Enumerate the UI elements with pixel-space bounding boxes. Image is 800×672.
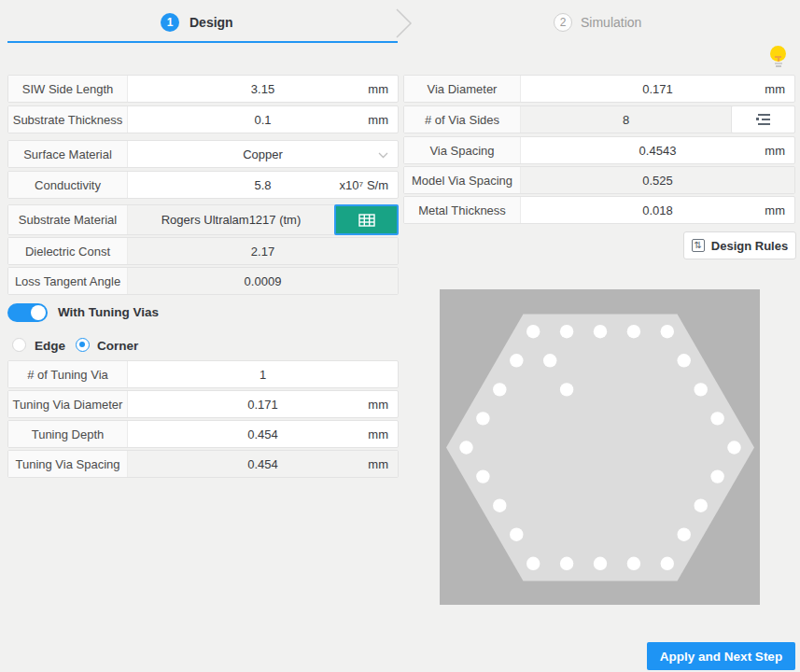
apply-next-step-button[interactable]: Apply and Next Step bbox=[647, 642, 795, 670]
substrate-material-value: Rogers Ultralam1217 (tm) bbox=[128, 205, 334, 234]
hexagon-svg bbox=[440, 289, 760, 605]
field-substrate-material: Substrate Material Rogers Ultralam1217 (… bbox=[7, 204, 399, 235]
field-num-via-sides: # of Via Sides 8 bbox=[403, 105, 795, 133]
field-via-diameter: Via Diameter 0.171 mm bbox=[403, 75, 795, 103]
field-label: Tuning Via Diameter bbox=[8, 391, 128, 417]
field-label: Loss Tangent Angle bbox=[8, 268, 128, 294]
sort-icon: ⇅ bbox=[692, 239, 705, 252]
unit-label: mm bbox=[765, 144, 785, 158]
unit-label: mm bbox=[368, 427, 388, 441]
tab-design[interactable]: Design bbox=[189, 15, 233, 31]
field-label: Via Diameter bbox=[404, 76, 521, 102]
field-label: Tuning Depth bbox=[8, 421, 128, 447]
field-label: # of Tuning Via bbox=[8, 361, 128, 387]
field-substrate-thickness: Substrate Thickness 0.1 mm bbox=[7, 105, 399, 133]
field-label: Substrate Material bbox=[8, 205, 128, 234]
metal-thickness-input[interactable]: 0.018 mm bbox=[521, 197, 794, 223]
field-label: Conductivity bbox=[8, 172, 128, 198]
step-separator-icon bbox=[394, 7, 414, 40]
step-2-indicator[interactable]: 2 bbox=[554, 13, 572, 32]
table-icon bbox=[358, 214, 375, 227]
field-num-tuning-via: # of Tuning Via 1 bbox=[7, 360, 399, 388]
material-table-button[interactable] bbox=[334, 204, 399, 235]
field-label: Surface Material bbox=[8, 141, 128, 167]
bulb-icon[interactable] bbox=[769, 46, 787, 70]
radio-edge[interactable] bbox=[12, 338, 26, 352]
field-tuning-depth: Tuning Depth 0.454 mm bbox=[7, 420, 399, 448]
tuning-depth-input[interactable]: 0.454 mm bbox=[128, 421, 398, 447]
radio-corner-label[interactable]: Corner bbox=[97, 339, 138, 353]
unit-label: mm bbox=[368, 82, 388, 96]
field-dielectric-const: Dielectric Const 2.17 bbox=[7, 237, 399, 265]
field-tuning-via-spacing: Tuning Via Spacing 0.454 mm bbox=[7, 450, 399, 478]
field-label: Substrate Thickness bbox=[8, 106, 128, 133]
field-siw-side-length: SIW Side Length 3.15 mm bbox=[7, 75, 399, 103]
cavity-preview bbox=[440, 289, 760, 605]
tuning-via-diameter-input[interactable]: 0.171 mm bbox=[128, 391, 398, 417]
field-conductivity: Conductivity 5.8 x10⁷ S/m bbox=[7, 171, 399, 199]
field-label: Dielectric Const bbox=[8, 238, 128, 264]
field-label: Via Spacing bbox=[404, 137, 521, 163]
field-label: Model Via Spacing bbox=[404, 167, 521, 193]
with-tuning-vias-label: With Tuning Vias bbox=[58, 305, 159, 319]
list-icon bbox=[756, 114, 770, 125]
with-tuning-vias-toggle[interactable] bbox=[7, 303, 48, 322]
field-model-via-spacing: Model Via Spacing 0.525 bbox=[403, 166, 795, 194]
tuning-via-spacing-value: 0.454 mm bbox=[128, 451, 398, 477]
loss-tangent-value: 0.0009 bbox=[128, 268, 398, 294]
unit-label: mm bbox=[368, 457, 388, 471]
radio-corner[interactable] bbox=[76, 338, 90, 352]
field-tuning-via-diameter: Tuning Via Diameter 0.171 mm bbox=[7, 390, 399, 418]
unit-label: mm bbox=[765, 203, 785, 217]
model-via-spacing-value: 0.525 bbox=[521, 167, 794, 193]
tab-simulation[interactable]: Simulation bbox=[581, 15, 641, 31]
field-loss-tangent: Loss Tangent Angle 0.0009 bbox=[7, 267, 399, 295]
num-tuning-via-input[interactable]: 1 bbox=[128, 361, 398, 387]
field-label: Tuning Via Spacing bbox=[8, 451, 128, 477]
field-via-spacing: Via Spacing 0.4543 mm bbox=[403, 136, 795, 164]
conductivity-input[interactable]: 5.8 x10⁷ S/m bbox=[128, 172, 398, 198]
unit-label: x10⁷ S/m bbox=[340, 178, 388, 192]
step-1-number: 1 bbox=[167, 16, 174, 29]
num-via-sides-value: 8 bbox=[521, 106, 731, 133]
field-label: # of Via Sides bbox=[404, 106, 521, 133]
unit-label: mm bbox=[765, 82, 785, 96]
step-1-indicator[interactable]: 1 bbox=[161, 13, 179, 32]
dielectric-const-value: 2.17 bbox=[128, 238, 398, 264]
step-2-number: 2 bbox=[560, 16, 567, 29]
siw-side-length-input[interactable]: 3.15 mm bbox=[128, 76, 398, 102]
field-label: SIW Side Length bbox=[8, 76, 128, 102]
radio-edge-label[interactable]: Edge bbox=[35, 339, 65, 353]
substrate-thickness-input[interactable]: 0.1 mm bbox=[128, 106, 398, 133]
field-surface-material: Surface Material Copper bbox=[7, 140, 399, 168]
via-spacing-input[interactable]: 0.4543 mm bbox=[521, 137, 794, 163]
via-sides-list-button[interactable] bbox=[731, 105, 795, 133]
unit-label: mm bbox=[368, 113, 388, 127]
field-label: Metal Thickness bbox=[404, 197, 521, 223]
unit-label: mm bbox=[368, 398, 388, 412]
field-metal-thickness: Metal Thickness 0.018 mm bbox=[403, 196, 795, 224]
via-diameter-input[interactable]: 0.171 mm bbox=[521, 76, 794, 102]
surface-material-select[interactable]: Copper bbox=[128, 141, 398, 167]
siw-design-app: { "header": { "steps": [ { "number": "1"… bbox=[0, 0, 800, 672]
active-step-underline bbox=[7, 41, 398, 43]
chevron-down-icon bbox=[378, 152, 388, 159]
design-rules-button[interactable]: ⇅ Design Rules bbox=[683, 231, 796, 259]
